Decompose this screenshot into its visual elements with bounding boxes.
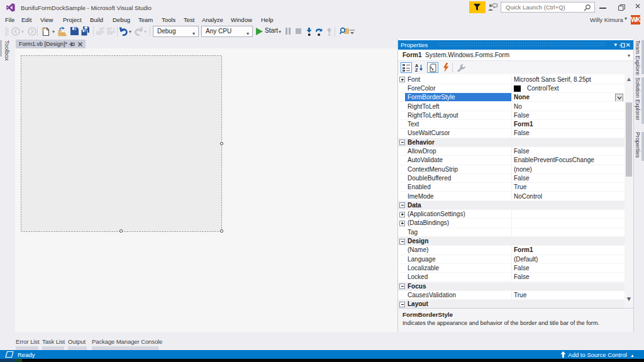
svg-text:A: A [415, 63, 418, 68]
svg-text:2: 2 [113, 28, 115, 31]
svg-text:Z: Z [415, 68, 418, 72]
